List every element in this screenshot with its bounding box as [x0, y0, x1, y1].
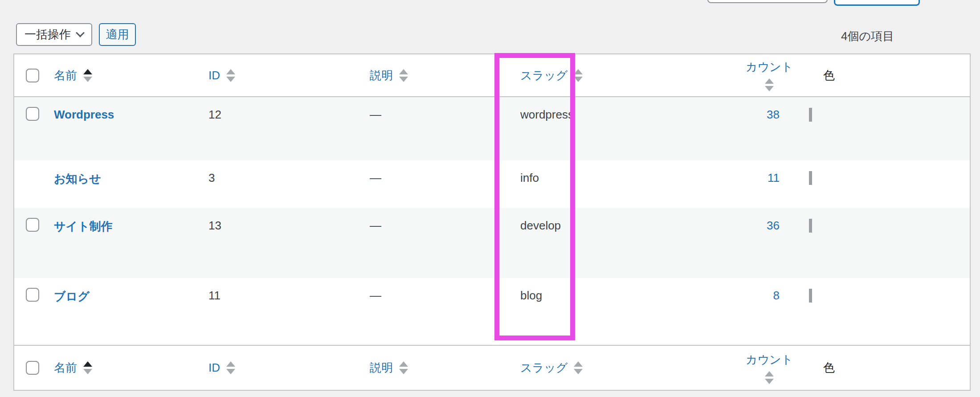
category-color-swatch — [809, 289, 812, 303]
sort-arrows-icon — [83, 361, 92, 374]
column-header-description[interactable]: 説明 — [370, 360, 408, 376]
category-name-link[interactable]: お知らせ — [54, 172, 101, 185]
column-header-color: 色 — [803, 345, 970, 390]
row-checkbox[interactable] — [26, 107, 39, 121]
category-description: — — [353, 278, 504, 345]
category-color-swatch — [809, 108, 812, 122]
column-header-count[interactable]: カウント — [746, 352, 793, 384]
category-slug: info — [504, 160, 736, 208]
column-header-slug[interactable]: スラッグ — [520, 68, 583, 83]
category-row: お知らせ 3 — info 11 — [14, 160, 970, 208]
category-id: 11 — [197, 278, 353, 345]
categories-admin-page: 一括操作 適用 4個の項目 名前 ID — [0, 0, 980, 397]
column-header-name[interactable]: 名前 — [54, 68, 92, 83]
items-count-label: 4個の項目 — [841, 29, 894, 44]
sort-arrows-icon — [399, 69, 408, 82]
sort-arrows-icon — [574, 69, 583, 82]
chevron-down-icon — [76, 28, 85, 37]
sort-arrows-icon — [399, 361, 408, 374]
category-color-swatch — [809, 219, 812, 233]
select-all-checkbox[interactable] — [26, 69, 39, 82]
column-header-description[interactable]: 説明 — [370, 68, 408, 83]
column-header-slug[interactable]: スラッグ — [520, 360, 583, 376]
table-footer-row: 名前 ID 説明 — [14, 345, 970, 390]
category-name-link[interactable]: サイト制作 — [54, 220, 113, 233]
category-id: 12 — [197, 97, 353, 160]
column-header-name[interactable]: 名前 — [54, 360, 92, 376]
column-header-id[interactable]: ID — [208, 69, 235, 82]
category-color-swatch — [809, 171, 812, 185]
category-description: — — [353, 208, 504, 278]
column-header-id[interactable]: ID — [208, 361, 235, 375]
category-name-link[interactable]: Wordpress — [54, 108, 114, 121]
search-submit-button[interactable] — [834, 0, 920, 6]
bulk-actions-select[interactable]: 一括操作 — [16, 23, 92, 46]
column-header-color: 色 — [803, 54, 970, 97]
sort-arrows-icon — [574, 361, 583, 374]
category-name-link[interactable]: ブログ — [54, 290, 90, 303]
table-header-row: 名前 ID 説明 — [14, 54, 970, 97]
category-slug: develop — [504, 208, 736, 278]
category-row: ブログ 11 — blog 8 — [14, 278, 970, 345]
search-input[interactable] — [707, 0, 828, 3]
sort-arrows-icon — [765, 371, 774, 384]
category-count-link[interactable]: 11 — [768, 171, 780, 184]
category-description: — — [353, 97, 504, 160]
categories-table: 名前 ID 説明 — [13, 53, 971, 391]
sort-arrows-icon — [83, 69, 92, 82]
category-count-link[interactable]: 36 — [767, 219, 780, 232]
sort-arrows-icon — [765, 78, 774, 91]
category-id: 13 — [197, 208, 353, 278]
category-row: サイト制作 13 — develop 36 — [14, 208, 970, 278]
category-slug: wordpress — [504, 97, 736, 160]
category-count-link[interactable]: 8 — [773, 289, 780, 302]
apply-button[interactable]: 適用 — [99, 23, 136, 46]
category-count-link[interactable]: 38 — [767, 108, 780, 121]
bulk-actions-label: 一括操作 — [24, 27, 71, 42]
row-checkbox[interactable] — [26, 218, 39, 232]
category-description: — — [353, 160, 504, 208]
column-header-count[interactable]: カウント — [746, 59, 793, 91]
sort-arrows-icon — [226, 69, 235, 82]
category-slug: blog — [504, 278, 736, 345]
select-all-checkbox[interactable] — [26, 361, 39, 375]
category-id: 3 — [197, 160, 353, 208]
sort-arrows-icon — [226, 361, 235, 374]
category-row: Wordpress 12 — wordpress 38 — [14, 97, 970, 160]
row-checkbox[interactable] — [26, 288, 39, 302]
